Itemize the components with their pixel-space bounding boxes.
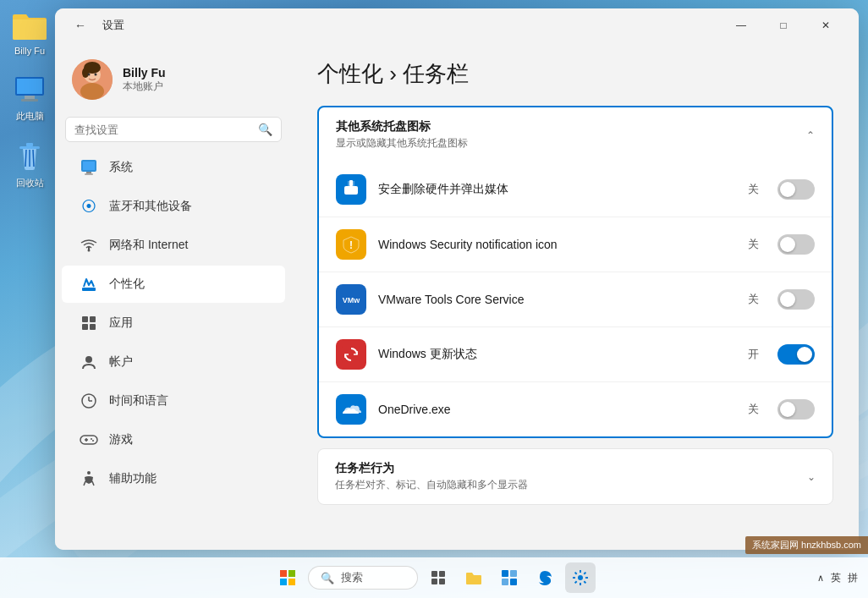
taskbar-search-label: 搜索 [341, 570, 363, 585]
svg-rect-2 [25, 96, 35, 99]
user-subtitle: 本地账户 [123, 80, 166, 94]
ime-indicator[interactable]: 拼 [848, 571, 858, 585]
bluetooth-icon: ⦿ [79, 196, 99, 217]
settings-row-security: ! Windows Security notification icon 关 [319, 217, 832, 272]
usb-toggle-track[interactable] [777, 179, 815, 200]
vmware-toggle[interactable] [777, 289, 815, 310]
svg-rect-50 [439, 571, 445, 577]
settings-row-update: Windows 更新状态 开 [319, 326, 832, 381]
svg-rect-5 [26, 143, 33, 146]
svg-rect-47 [280, 579, 287, 585]
nav-label-apps: 应用 [109, 315, 133, 331]
avatar [72, 59, 113, 100]
svg-point-33 [91, 438, 92, 440]
settings-taskbar-button[interactable] [565, 562, 596, 593]
title-bar-left: ← 设置 [69, 14, 124, 37]
sidebar-item-gaming[interactable]: 游戏 [62, 421, 285, 458]
search-icon: 🔍 [258, 123, 272, 136]
svg-rect-46 [288, 570, 295, 577]
user-profile[interactable]: Billy Fu 本地账户 [55, 49, 292, 110]
onedrive-icon [336, 394, 366, 425]
update-toggle-thumb [797, 347, 812, 362]
computer-icon [13, 73, 47, 107]
usb-label: 安全删除硬件并弹出媒体 [378, 182, 736, 197]
svg-point-12 [82, 68, 89, 78]
desktop: Billy Fu 此电脑 [0, 0, 868, 598]
desktop-icon-billfu[interactable]: Billy Fu [4, 8, 55, 56]
watermark: 系统家园网 hnzkhbsb.com [745, 536, 868, 554]
panel-system-tray: 其他系统托盘图标 显示或隐藏其他系统托盘图标 ⌃ [317, 106, 833, 438]
svg-rect-19 [85, 173, 93, 175]
store-button[interactable] [494, 562, 525, 593]
folder-icon [13, 8, 47, 42]
sidebar-item-bluetooth[interactable]: ⦿ 蓝牙和其他设备 [62, 188, 285, 225]
nav-label-accessibility: 辅助功能 [109, 471, 157, 486]
window-title: 设置 [102, 18, 124, 33]
onedrive-toggle[interactable] [777, 399, 815, 420]
language-indicator[interactable]: 英 [831, 571, 841, 585]
task-view-button[interactable] [423, 562, 453, 593]
panel-header-taskbar[interactable]: 任务栏行为 任务栏对齐、标记、自动隐藏和多个显示器 ⌄ [318, 449, 832, 504]
minimize-button[interactable]: — [722, 12, 761, 39]
update-toggle-track[interactable] [777, 344, 815, 365]
desktop-icon-mycomputer[interactable]: 此电脑 [4, 73, 55, 123]
sidebar-item-accounts[interactable]: 帐户 [62, 343, 285, 381]
svg-rect-56 [510, 579, 517, 585]
usb-toggle[interactable] [777, 179, 815, 200]
taskbar-center: 🔍 搜索 [272, 562, 596, 593]
nav-label-system: 系统 [109, 160, 133, 175]
taskbar-search[interactable]: 🔍 搜索 [308, 566, 418, 590]
svg-rect-30 [80, 436, 97, 444]
desktop-icon-recyclebin[interactable]: 回收站 [4, 140, 55, 189]
personalization-icon [79, 274, 99, 294]
panel-header-system-tray[interactable]: 其他系统托盘图标 显示或隐藏其他系统托盘图标 ⌃ [319, 107, 832, 162]
vmware-label: VMware Tools Core Service [378, 293, 736, 306]
maximize-button[interactable]: □ [764, 12, 803, 39]
close-button[interactable]: ✕ [806, 12, 845, 39]
sidebar-item-personalization[interactable]: 个性化 [62, 266, 285, 303]
svg-text:VMw: VMw [343, 296, 360, 304]
nav-label-bluetooth: 蓝牙和其他设备 [109, 199, 192, 214]
start-button[interactable] [272, 562, 303, 593]
file-explorer-button[interactable] [459, 562, 489, 593]
panel-content-system-tray: 安全删除硬件并弹出媒体 关 [319, 162, 832, 436]
sidebar-item-time[interactable]: 时间和语言 [62, 382, 285, 420]
system-tray-arrow[interactable]: ∧ [817, 573, 824, 584]
svg-point-20 [88, 250, 91, 252]
sidebar-item-accessibility[interactable]: 辅助功能 [62, 460, 285, 497]
edge-button[interactable] [530, 562, 560, 593]
onedrive-toggle-track[interactable] [777, 399, 815, 420]
settings-body: Billy Fu 本地账户 🔍 系统 [55, 42, 859, 550]
apps-icon [79, 313, 99, 333]
back-button[interactable]: ← [69, 14, 92, 37]
desktop-icons: Billy Fu 此电脑 [0, 0, 59, 598]
security-toggle[interactable] [777, 234, 815, 255]
svg-rect-24 [82, 324, 88, 330]
onedrive-status: 关 [748, 402, 759, 417]
title-bar-controls: — □ ✕ [722, 12, 845, 39]
sidebar-item-system[interactable]: 系统 [62, 149, 285, 186]
settings-search[interactable]: 🔍 [65, 117, 282, 142]
svg-rect-52 [439, 579, 445, 584]
svg-text:!: ! [349, 239, 353, 251]
svg-point-35 [87, 471, 91, 475]
title-bar: ← 设置 — □ ✕ [55, 8, 859, 42]
vmware-toggle-track[interactable] [777, 289, 815, 310]
chevron-down-icon: ⌄ [807, 471, 816, 483]
svg-line-6 [25, 150, 26, 167]
settings-row-usb: 安全删除硬件并弹出媒体 关 [319, 162, 832, 217]
svg-rect-54 [510, 570, 517, 577]
svg-point-57 [578, 575, 583, 580]
svg-rect-23 [90, 316, 96, 322]
svg-point-34 [92, 440, 94, 442]
svg-rect-49 [431, 571, 437, 577]
svg-line-8 [33, 150, 34, 167]
network-icon [79, 235, 99, 255]
security-toggle-track[interactable] [777, 234, 815, 255]
svg-point-13 [80, 83, 104, 100]
sidebar-item-apps[interactable]: 应用 [62, 304, 285, 342]
sidebar-item-network[interactable]: 网络和 Internet [62, 227, 285, 264]
search-input[interactable] [74, 123, 251, 136]
settings-window: ← 设置 — □ ✕ [55, 8, 859, 550]
update-toggle[interactable] [777, 344, 815, 365]
